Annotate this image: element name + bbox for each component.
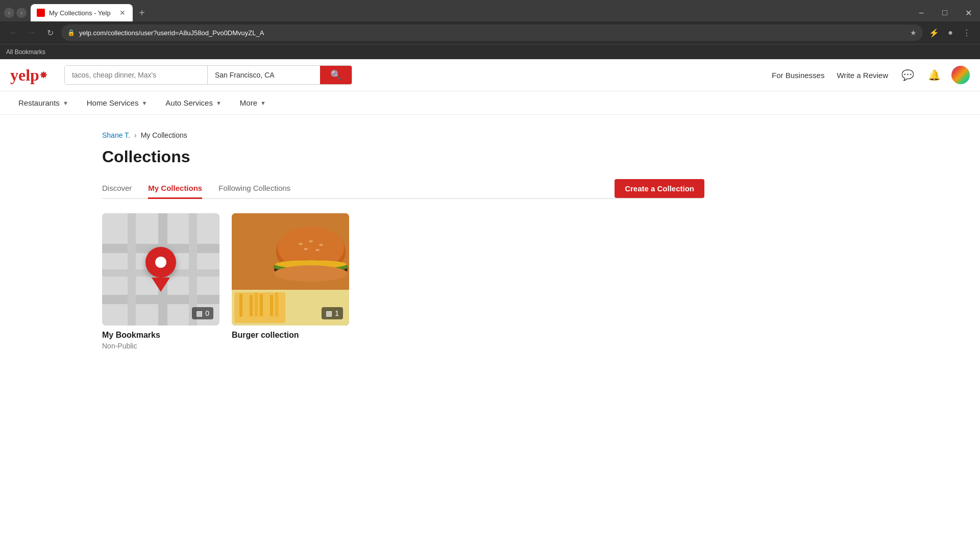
tab-nav-controls: ‹ ›: [4, 8, 27, 18]
svg-rect-15: [265, 292, 268, 318]
yelp-header: yelp ✸ 🔍 For Businesses Write a Review 💬…: [0, 59, 980, 91]
chevron-down-icon: ▼: [141, 100, 147, 106]
refresh-btn[interactable]: ↻: [43, 26, 57, 40]
yelp-logo[interactable]: yelp ✸: [10, 66, 48, 85]
tab-forward-btn[interactable]: ›: [16, 8, 27, 18]
new-tab-btn[interactable]: +: [135, 6, 149, 20]
search-where-input[interactable]: [208, 66, 320, 84]
svg-point-28: [274, 265, 348, 282]
collection-count-value: 0: [205, 309, 209, 317]
for-businesses-link[interactable]: For Businesses: [772, 71, 824, 80]
collection-card-bookmarks[interactable]: ▩ 0 My Bookmarks Non-Public: [102, 213, 219, 350]
extensions-btn[interactable]: ⚡: [927, 26, 941, 40]
svg-rect-13: [255, 292, 258, 317]
minimize-btn[interactable]: –: [910, 2, 933, 23]
breadcrumb-separator: ›: [134, 131, 137, 139]
close-btn[interactable]: ✕: [957, 2, 980, 23]
collection-count-bookmarks: ▩ 0: [192, 307, 213, 319]
collection-card-burger[interactable]: ▩ 1 Burger collection: [232, 213, 349, 350]
toolbar-actions: ⚡ ● ⋮: [927, 26, 974, 40]
create-collection-btn[interactable]: Create a Collection: [615, 179, 704, 198]
yelp-logo-text: yelp: [10, 66, 39, 85]
tab-left-area: ‹ › My Collections - Yelp ✕ +: [0, 4, 149, 21]
collection-thumb-bookmarks: ▩ 0: [102, 213, 219, 325]
svg-rect-16: [270, 295, 273, 316]
nav-item-more[interactable]: More ▼: [232, 91, 274, 114]
nav-item-home-services[interactable]: Home Services ▼: [79, 91, 156, 114]
yelp-nav: Restaurants ▼ Home Services ▼ Auto Servi…: [0, 91, 980, 115]
user-profile-btn[interactable]: [951, 66, 970, 84]
write-review-link[interactable]: Write a Review: [837, 71, 888, 80]
svg-rect-10: [239, 294, 242, 317]
search-what-input[interactable]: [65, 66, 208, 84]
nav-label-auto-services: Auto Services: [165, 98, 213, 107]
search-form: 🔍: [64, 65, 352, 85]
nav-label-restaurants: Restaurants: [18, 98, 60, 107]
header-links: For Businesses Write a Review: [772, 71, 888, 80]
tab-close-btn[interactable]: ✕: [118, 9, 127, 17]
breadcrumb-user-link[interactable]: Shane T.: [102, 131, 130, 139]
browser-chrome: ‹ › My Collections - Yelp ✕ + – □ ✕ ← → …: [0, 0, 980, 59]
maximize-btn[interactable]: □: [933, 2, 957, 23]
browser-tab-active[interactable]: My Collections - Yelp ✕: [31, 4, 133, 21]
address-bar-url[interactable]: yelp.com/collections/user?userid=A8uJ58o…: [79, 29, 906, 37]
svg-rect-12: [250, 295, 253, 316]
nav-label-home-services: Home Services: [87, 98, 139, 107]
search-submit-btn[interactable]: 🔍: [320, 66, 352, 84]
bookmark-star-icon[interactable]: ★: [910, 29, 917, 37]
svg-rect-11: [244, 292, 248, 318]
breadcrumb: Shane T. › My Collections: [102, 131, 704, 139]
more-options-btn[interactable]: ⋮: [960, 26, 974, 40]
bookmarks-bar: All Bookmarks: [0, 44, 980, 59]
lock-icon: 🔒: [67, 29, 75, 36]
tab-favicon: [37, 9, 45, 17]
collections-tabs: Discover My Collections Following Collec…: [102, 179, 704, 199]
tab-my-collections[interactable]: My Collections: [148, 179, 202, 199]
tab-title: My Collections - Yelp: [49, 9, 114, 17]
forward-btn[interactable]: →: [24, 26, 39, 40]
tab-back-btn[interactable]: ‹: [4, 8, 14, 18]
page-title: Collections: [102, 147, 704, 166]
tab-following-collections[interactable]: Following Collections: [218, 179, 290, 199]
bookmark-icon: ▩: [196, 309, 203, 317]
svg-point-20: [299, 243, 303, 245]
map-pin-tail: [152, 278, 170, 292]
breadcrumb-current: My Collections: [141, 131, 187, 139]
nav-item-restaurants[interactable]: Restaurants ▼: [10, 91, 77, 114]
notifications-btn[interactable]: 🔔: [925, 66, 943, 84]
window-controls: – □ ✕: [910, 2, 980, 23]
nav-item-auto-services[interactable]: Auto Services ▼: [157, 91, 229, 114]
svg-point-22: [319, 244, 323, 246]
yelp-content: Shane T. › My Collections Collections Di…: [0, 115, 715, 370]
svg-rect-17: [275, 292, 278, 317]
map-pin-circle: [145, 247, 176, 278]
chevron-down-icon: ▼: [216, 100, 222, 106]
yelp-logo-star: ✸: [39, 69, 48, 81]
svg-rect-4: [128, 213, 136, 325]
tab-discover[interactable]: Discover: [102, 179, 132, 199]
collection-name-bookmarks: My Bookmarks: [102, 331, 219, 340]
svg-point-21: [309, 240, 313, 242]
profile-btn[interactable]: ●: [943, 26, 958, 40]
svg-point-24: [315, 249, 320, 251]
yelp-page: yelp ✸ 🔍 For Businesses Write a Review 💬…: [0, 59, 980, 370]
map-pin-inner: [155, 257, 166, 268]
svg-rect-14: [260, 294, 263, 316]
collection-count-value: 1: [335, 309, 339, 317]
nav-label-more: More: [240, 98, 257, 107]
back-btn[interactable]: ←: [6, 26, 20, 40]
bookmarks-label: All Bookmarks: [6, 48, 45, 56]
browser-tab-bar: ‹ › My Collections - Yelp ✕ + – □ ✕: [0, 0, 980, 21]
collection-count-burger: ▩ 1: [322, 307, 343, 319]
svg-point-23: [304, 248, 308, 250]
collection-privacy-bookmarks: Non-Public: [102, 342, 219, 350]
messages-btn[interactable]: 💬: [898, 66, 917, 84]
address-bar[interactable]: 🔒 yelp.com/collections/user?userid=A8uJ5…: [61, 24, 923, 41]
bookmark-icon: ▩: [326, 309, 332, 317]
chevron-down-icon: ▼: [260, 100, 266, 106]
chevron-down-icon: ▼: [63, 100, 68, 106]
browser-toolbar: ← → ↻ 🔒 yelp.com/collections/user?userid…: [0, 21, 980, 44]
collection-thumb-burger: ▩ 1: [232, 213, 349, 325]
header-icons: 💬 🔔: [898, 66, 970, 84]
collection-name-burger: Burger collection: [232, 331, 349, 340]
